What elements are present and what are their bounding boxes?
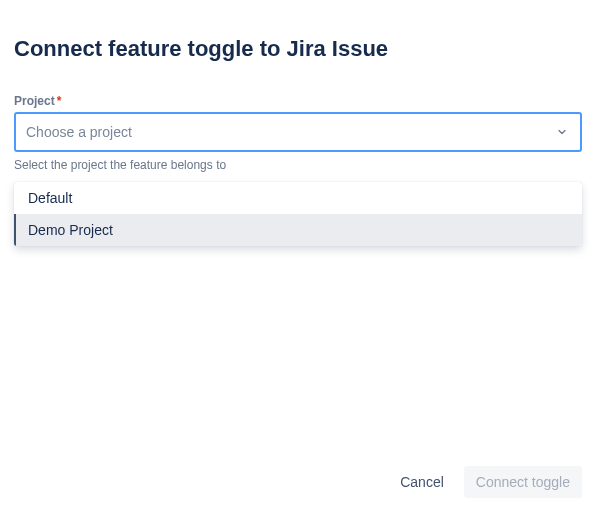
project-helper-text: Select the project the feature belongs t… <box>14 158 582 172</box>
dialog-footer: Cancel Connect toggle <box>388 466 582 498</box>
project-select[interactable]: Choose a project <box>14 112 582 152</box>
project-dropdown: Default Demo Project <box>14 182 582 246</box>
field-label-text: Project <box>14 94 55 108</box>
dialog-title: Connect feature toggle to Jira Issue <box>14 36 582 62</box>
project-select-placeholder: Choose a project <box>26 124 132 140</box>
project-field-label: Project* <box>14 94 582 108</box>
chevron-down-icon <box>554 124 570 140</box>
project-option-default[interactable]: Default <box>14 182 582 214</box>
cancel-button[interactable]: Cancel <box>388 466 456 498</box>
project-option-demo[interactable]: Demo Project <box>14 214 582 246</box>
connect-toggle-button[interactable]: Connect toggle <box>464 466 582 498</box>
required-marker: * <box>57 94 62 108</box>
